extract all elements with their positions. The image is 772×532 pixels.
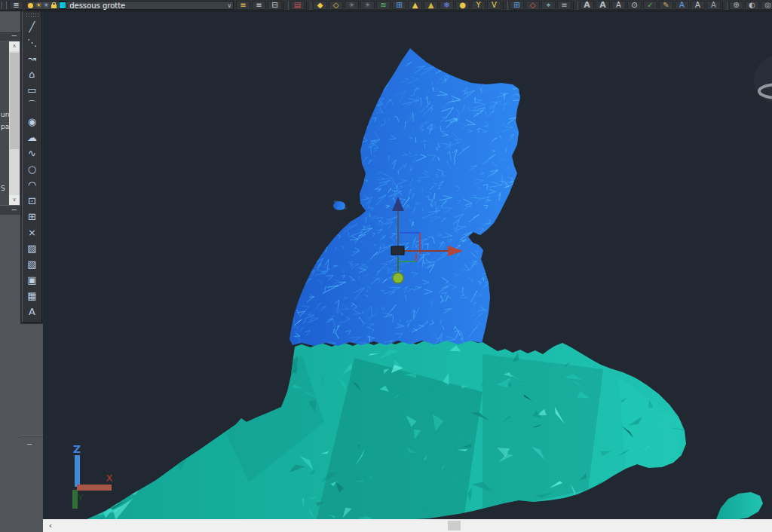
layer-freeze-button[interactable]: ❄ (440, 1, 454, 10)
free-orbit-button[interactable]: ◎ (761, 1, 772, 10)
drawing-viewport[interactable]: Z X Y (43, 11, 772, 519)
scroll-left-arrow[interactable]: ‹ (44, 520, 57, 531)
draw-tool-spline[interactable]: ∿ (24, 145, 40, 161)
draw-tool-arc[interactable]: ⌒ (24, 98, 40, 113)
collapse-button[interactable]: − (11, 32, 17, 40)
toolbar-grip[interactable] (26, 13, 38, 18)
clipped-list-text: un (1, 111, 9, 118)
make-object-layer-current-button[interactable]: ≡ (236, 1, 250, 10)
layer-unisolate-button[interactable]: ◇ (329, 1, 343, 10)
layer-vp-freeze-icon: ☀ (43, 2, 49, 9)
draw-tool-table[interactable]: ▦ (24, 288, 40, 303)
draw-tool-ellipse-arc[interactable]: ◠ (24, 177, 40, 192)
layer-match-button[interactable]: ⊞ (510, 1, 524, 10)
change-to-current-layer-button[interactable]: ◇ (525, 1, 540, 10)
layer-merge-button[interactable]: ▲ (424, 1, 438, 10)
draw-tool-gradient[interactable]: ▧ (24, 256, 40, 271)
layer-thaw-sun-icon: ☀ (35, 2, 41, 9)
edit-text-button[interactable]: A (611, 1, 626, 10)
layer-isolate-button[interactable]: ◆ (313, 1, 327, 10)
palette-list: un pa S ∧ ∨ (0, 41, 20, 205)
palette-scrollbar[interactable]: ∧ ∨ (9, 41, 20, 205)
current-layer-name: dessous grotte (69, 2, 225, 10)
draw-tool-insert-block[interactable]: ⊡ (24, 193, 40, 208)
single-line-text-button[interactable]: A (691, 1, 705, 10)
scrollbar-thumb[interactable] (448, 521, 461, 530)
draw-tool-ellipse[interactable]: ○ (24, 161, 40, 176)
toolbar-separator (283, 2, 289, 10)
toolbar-group-left: ≣ (8, 1, 24, 10)
find-and-replace-button[interactable]: ⊙ (627, 1, 642, 10)
layers-toolbar: ≣ ☀ ☀ dessous grotte ∨ ≡≡⊟▤◆◇☀☀≋⊞▲▲❄●YV⊞… (0, 0, 772, 11)
ucs-x-label: X (106, 472, 113, 484)
scroll-up-arrow[interactable]: ∧ (9, 41, 20, 51)
multiline-text-button[interactable]: A (675, 1, 689, 10)
dock-lower-area (20, 324, 43, 532)
collapse-button[interactable]: − (11, 206, 17, 214)
ucs-y-label: Y (77, 493, 84, 503)
layer-states-button[interactable]: ⊟ (268, 1, 282, 10)
3d-swivel-button[interactable]: ⊕ (729, 1, 743, 10)
layer-freeze-viewport-button[interactable]: ☀ (345, 1, 359, 10)
gizmo-center-box[interactable] (391, 246, 404, 255)
draw-tool-construction-line[interactable]: ⋱ (24, 35, 40, 50)
text-style-upper-button[interactable]: A (580, 1, 594, 10)
chevron-down-icon[interactable]: ∨ (227, 2, 231, 9)
mesh-cave-blue-selected[interactable] (284, 45, 528, 352)
draw-tool-polyline[interactable]: ↝ (24, 50, 40, 66)
constrained-orbit-button[interactable]: ◐ (745, 1, 759, 10)
gizmo-y-ball[interactable] (393, 273, 403, 283)
toolbar-separator (503, 2, 508, 10)
layer-translator-button[interactable]: ⌖ (541, 1, 556, 10)
collapse-button[interactable]: − (26, 440, 32, 448)
copy-objects-to-new-layer-button[interactable]: ⊞ (392, 1, 406, 10)
autocad-window: ≣ ☀ ☀ dessous grotte ∨ ≡≡⊟▤◆◇☀☀≋⊞▲▲❄●YV⊞… (0, 0, 772, 532)
toolbar-separator (573, 2, 578, 10)
mesh-blue-fragment (333, 201, 345, 210)
toolbar-buttons: ≡≡⊟▤◆◇☀☀≋⊞▲▲❄●YV⊞◇⌖≡AAA⊙✓✎AAA⊕◐◎ (235, 1, 772, 10)
docked-palette-strip: − un pa S ∧ ∨ − (0, 11, 20, 532)
match-text-properties-button[interactable]: ✎ (659, 1, 673, 10)
viewcube-partial[interactable] (754, 56, 772, 104)
layer-dropdown[interactable]: ☀ ☀ dessous grotte ∨ (26, 1, 234, 10)
palette-header-2: − (0, 205, 20, 215)
toolbar-separator (722, 2, 728, 10)
spell-check-button[interactable]: ✓ (643, 1, 657, 10)
ucs-icon: Z X Y (72, 443, 113, 509)
scrollbar-thumb[interactable] (10, 53, 19, 149)
scroll-down-arrow[interactable]: ∨ (9, 195, 20, 205)
layer-thaw-viewport-button[interactable]: ☀ (360, 1, 375, 10)
draw-tool-polygon[interactable]: ⌂ (24, 66, 40, 81)
mesh-terrain-fragment (716, 492, 763, 519)
layer-lock-icon (51, 5, 57, 8)
layer-lock-button[interactable]: Y (471, 1, 486, 10)
panel-divider (20, 435, 43, 436)
clipped-list-text: S (1, 185, 5, 192)
toolbar-grip[interactable] (2, 2, 7, 9)
draw-tool-make-block[interactable]: ⊞ (24, 209, 40, 224)
layer-list-button[interactable]: ≡ (557, 1, 571, 10)
layer-states-manager-button[interactable]: ▤ (290, 1, 305, 10)
mesh-terrain-teal[interactable] (84, 337, 763, 519)
layer-isolate-current-viewport-button[interactable]: ▲ (408, 1, 422, 10)
draw-tool-line[interactable]: ╱ (24, 19, 40, 34)
draw-tool-revision-cloud[interactable]: ☁ (24, 130, 40, 145)
layer-walk-button[interactable]: ≋ (376, 1, 391, 10)
layer-properties-manager-button[interactable]: ≣ (9, 1, 23, 10)
clipped-list-text: pa (1, 123, 9, 130)
layer-previous-button[interactable]: ≡ (252, 1, 266, 10)
ucs-z-label: Z (73, 443, 81, 455)
layer-unlock-button[interactable]: V (487, 1, 501, 10)
scale-text-button[interactable]: A (706, 1, 721, 10)
layer-off-button[interactable]: ● (455, 1, 470, 10)
text-style-lower-button[interactable]: A (596, 1, 610, 10)
draw-tool-hatch[interactable]: ▨ (24, 240, 40, 255)
draw-tool-circle[interactable]: ◉ (24, 114, 40, 129)
layer-color-swatch (59, 2, 66, 9)
draw-tool-multiline-text[interactable]: A (24, 304, 40, 319)
horizontal-scrollbar[interactable]: ‹ (43, 519, 772, 532)
draw-tool-point[interactable]: × (24, 225, 40, 240)
draw-tool-region[interactable]: ▣ (24, 272, 40, 287)
draw-tool-rectangle[interactable]: ▭ (24, 82, 40, 97)
palette-header: − (0, 31, 20, 41)
